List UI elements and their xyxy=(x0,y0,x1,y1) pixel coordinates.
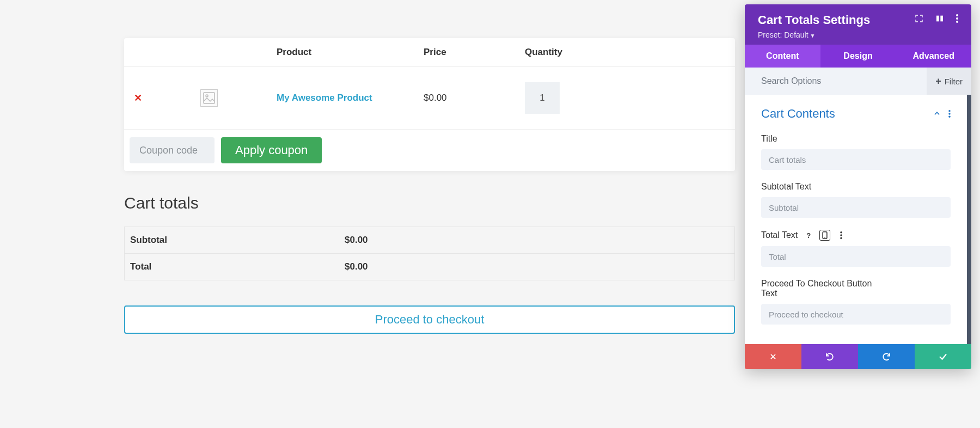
redo-button[interactable] xyxy=(858,344,915,369)
svg-point-12 xyxy=(841,231,843,234)
svg-point-11 xyxy=(825,237,826,238)
cart-table: Product Price Quantity ✕ My Awesome Prod… xyxy=(124,38,735,171)
table-row: ✕ My Awesome Product $0.00 1 xyxy=(124,67,735,130)
svg-point-1 xyxy=(206,95,208,97)
header-price: Price xyxy=(424,47,525,58)
totals-total-row: Total $0.00 xyxy=(125,254,734,280)
header-quantity: Quantity xyxy=(525,47,677,58)
undo-button[interactable] xyxy=(801,344,858,369)
cancel-button[interactable] xyxy=(745,344,801,369)
field-checkout-text: Proceed To Checkout Button Text xyxy=(745,277,967,334)
section-cart-contents[interactable]: Cart Contents xyxy=(745,95,967,132)
field-subtotal-text: Subtotal Text xyxy=(745,180,967,228)
subtotal-label: Subtotal xyxy=(130,235,345,246)
expand-icon[interactable] xyxy=(915,14,923,23)
tab-advanced[interactable]: Advanced xyxy=(896,45,971,68)
field-total-text: Total Text ? xyxy=(745,228,967,277)
subtotal-text-input[interactable] xyxy=(761,197,951,218)
field-title-label: Title xyxy=(761,134,777,144)
coupon-code-input[interactable] xyxy=(130,137,215,163)
field-subtotal-label: Subtotal Text xyxy=(761,182,811,192)
mobile-icon[interactable] xyxy=(819,230,830,241)
cart-totals-heading: Cart totals xyxy=(124,194,735,212)
totals-subtotal-row: Subtotal $0.00 xyxy=(125,227,734,254)
help-icon[interactable]: ? xyxy=(803,230,814,241)
product-name-link[interactable]: My Awesome Product xyxy=(277,93,424,103)
svg-point-8 xyxy=(948,113,951,115)
totals-table: Subtotal $0.00 Total $0.00 xyxy=(124,227,735,280)
panel-tabs: Content Design Advanced xyxy=(745,45,971,68)
svg-point-6 xyxy=(956,21,958,23)
save-button[interactable] xyxy=(915,344,971,369)
svg-point-14 xyxy=(841,237,843,240)
coupon-row: Apply coupon xyxy=(124,130,735,171)
apply-coupon-button[interactable]: Apply coupon xyxy=(221,137,322,163)
settings-panel: Cart Totals Settings Preset: Default▼ Co… xyxy=(745,4,971,369)
subtotal-value: $0.00 xyxy=(345,235,368,246)
title-input[interactable] xyxy=(761,149,951,170)
chevron-up-icon[interactable] xyxy=(933,109,941,119)
svg-point-13 xyxy=(841,234,843,236)
svg-rect-3 xyxy=(940,16,943,22)
svg-rect-2 xyxy=(936,16,939,22)
product-price: $0.00 xyxy=(424,93,525,103)
quantity-input[interactable]: 1 xyxy=(525,82,560,114)
section-kebab-icon[interactable] xyxy=(948,107,951,121)
preset-selector[interactable]: Preset: Default▼ xyxy=(758,30,958,39)
field-title: Title xyxy=(745,132,967,180)
svg-rect-0 xyxy=(204,93,215,103)
header-product: Product xyxy=(277,47,424,58)
search-row: Search Options + Filter xyxy=(745,68,971,95)
total-label: Total xyxy=(130,261,345,272)
cart-page: Product Price Quantity ✕ My Awesome Prod… xyxy=(124,38,735,334)
checkout-text-input[interactable] xyxy=(761,304,951,325)
tab-content[interactable]: Content xyxy=(745,45,820,68)
field-checkout-label: Proceed To Checkout Button Text xyxy=(761,279,875,298)
cart-table-header: Product Price Quantity xyxy=(124,38,735,67)
columns-icon[interactable] xyxy=(935,14,944,23)
svg-point-9 xyxy=(948,116,951,118)
svg-point-5 xyxy=(956,17,958,20)
kebab-icon[interactable] xyxy=(956,14,958,23)
panel-body: Cart Contents Title Subtotal Text xyxy=(745,95,971,344)
proceed-to-checkout-button[interactable]: Proceed to checkout xyxy=(124,305,735,334)
filter-button[interactable]: + Filter xyxy=(927,68,971,95)
total-text-input[interactable] xyxy=(761,246,951,267)
field-kebab-icon[interactable] xyxy=(836,230,847,241)
panel-footer xyxy=(745,344,971,369)
remove-item-icon[interactable]: ✕ xyxy=(134,93,142,103)
svg-point-4 xyxy=(956,14,958,16)
search-options[interactable]: Search Options xyxy=(761,76,927,86)
plus-icon: + xyxy=(935,76,941,87)
panel-header[interactable]: Cart Totals Settings Preset: Default▼ xyxy=(745,4,971,45)
tab-design[interactable]: Design xyxy=(820,45,896,68)
panel-title: Cart Totals Settings xyxy=(758,13,870,27)
product-thumbnail[interactable] xyxy=(200,89,218,107)
total-value: $0.00 xyxy=(345,261,368,272)
field-total-label: Total Text xyxy=(761,230,798,240)
svg-point-7 xyxy=(948,110,951,112)
